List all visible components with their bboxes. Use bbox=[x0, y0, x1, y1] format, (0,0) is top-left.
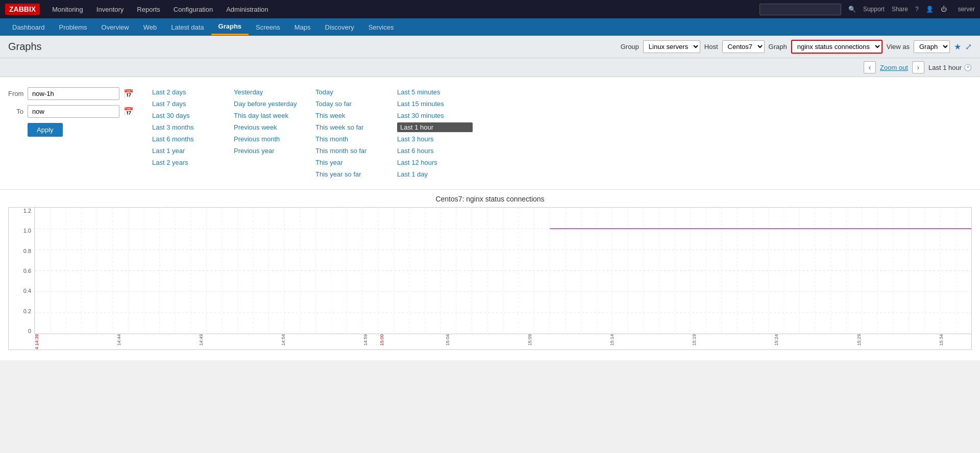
quick-link[interactable]: This year so far bbox=[315, 169, 391, 179]
graph-title: Centos7: nginx status connections bbox=[8, 195, 972, 203]
quick-link[interactable]: Last 2 days bbox=[152, 87, 228, 97]
from-input[interactable] bbox=[28, 87, 119, 100]
y-axis-label: 0.4 bbox=[23, 288, 31, 294]
host-label: Host bbox=[704, 43, 718, 51]
x-axis-label: 14:59 bbox=[363, 334, 368, 346]
from-label: From bbox=[8, 90, 23, 97]
quick-link[interactable]: This week so far bbox=[315, 122, 391, 132]
y-axis-label: 1.0 bbox=[23, 228, 31, 234]
quick-link[interactable]: Previous week bbox=[234, 122, 309, 132]
subnav-services[interactable]: Services bbox=[361, 20, 401, 35]
x-axis-label: 15:09 bbox=[527, 334, 532, 346]
from-row: From 📅 bbox=[8, 87, 134, 100]
subnav-screens[interactable]: Screens bbox=[249, 20, 287, 35]
main-content: From 📅 To 📅 Apply Last 2 daysLast 7 days… bbox=[0, 77, 980, 360]
quick-link[interactable]: This year bbox=[315, 158, 391, 167]
expand-icon[interactable]: ⤢ bbox=[965, 42, 972, 52]
top-navigation: ZABBIX Monitoring Inventory Reports Conf… bbox=[0, 0, 980, 18]
host-select[interactable]: Centos7 bbox=[722, 40, 765, 53]
x-axis-label: 15:00 bbox=[379, 334, 384, 346]
quick-link[interactable]: Last 6 months bbox=[152, 134, 228, 144]
group-select[interactable]: Linux servers bbox=[643, 40, 700, 53]
subnav-graphs[interactable]: Graphs bbox=[211, 19, 249, 35]
quick-link[interactable]: Last 3 hours bbox=[397, 134, 473, 144]
graph-select[interactable]: nginx status connections bbox=[791, 40, 883, 54]
page-header: Graphs Group Linux servers Host Centos7 … bbox=[0, 36, 980, 58]
page-title: Graphs bbox=[8, 41, 42, 53]
viewas-select[interactable]: Graph bbox=[914, 40, 950, 53]
x-axis-label: 14:54 bbox=[281, 334, 286, 346]
quick-link[interactable]: Day before yesterday bbox=[234, 99, 309, 109]
to-input[interactable] bbox=[28, 105, 119, 118]
x-axis-label: 14:49 bbox=[199, 334, 204, 346]
support-link[interactable]: Support bbox=[863, 6, 885, 13]
quick-link[interactable]: Last 15 minutes bbox=[397, 99, 473, 109]
nav-inventory[interactable]: Inventory bbox=[90, 3, 130, 16]
quick-link[interactable]: Last 3 months bbox=[152, 122, 228, 132]
quick-link[interactable]: Last 30 minutes bbox=[397, 111, 473, 120]
x-axis-label: 15:19 bbox=[692, 334, 697, 346]
to-calendar-icon[interactable]: 📅 bbox=[124, 107, 134, 116]
subnav-web[interactable]: Web bbox=[136, 20, 164, 35]
zabbix-logo[interactable]: ZABBIX bbox=[5, 4, 40, 15]
quick-link[interactable]: Today so far bbox=[315, 99, 391, 109]
quick-link[interactable]: This day last week bbox=[234, 111, 309, 120]
quick-link[interactable]: Previous month bbox=[234, 134, 309, 144]
quick-link[interactable]: Last 1 year bbox=[152, 146, 228, 156]
help-icon[interactable]: ? bbox=[915, 6, 919, 13]
x-axis-label: 15:29 bbox=[856, 334, 862, 346]
search-icon[interactable]: 🔍 bbox=[848, 6, 856, 13]
y-axis-label: 0.6 bbox=[23, 268, 31, 274]
quick-link[interactable]: This month bbox=[315, 134, 391, 144]
prev-time-button[interactable]: ‹ bbox=[864, 61, 876, 73]
search-input[interactable] bbox=[760, 4, 841, 15]
apply-button[interactable]: Apply bbox=[28, 123, 63, 137]
subnav-maps[interactable]: Maps bbox=[287, 20, 318, 35]
quick-link[interactable]: Last 1 hour bbox=[397, 122, 473, 132]
x-axis-label: 14:44 bbox=[116, 334, 121, 346]
subnav-problems[interactable]: Problems bbox=[52, 20, 94, 35]
zoom-out-button[interactable]: Zoom out bbox=[880, 64, 908, 71]
time-range-label: Last 1 hour 🕐 bbox=[928, 64, 972, 71]
group-label: Group bbox=[621, 43, 639, 51]
quick-link[interactable]: Previous year bbox=[234, 146, 309, 156]
quick-links: Last 2 daysLast 7 daysLast 30 daysLast 3… bbox=[149, 87, 972, 179]
quick-link[interactable]: Yesterday bbox=[234, 87, 309, 97]
quick-link[interactable]: Last 1 day bbox=[397, 169, 473, 179]
next-time-button[interactable]: › bbox=[912, 61, 924, 73]
time-navigation: ‹ Zoom out › Last 1 hour 🕐 bbox=[0, 58, 980, 77]
x-axis-label: 15:14 bbox=[609, 334, 615, 346]
quick-link[interactable]: Last 2 years bbox=[152, 158, 228, 167]
graph-label: Graph bbox=[769, 43, 787, 51]
nav-configuration[interactable]: Configuration bbox=[167, 3, 219, 16]
share-link[interactable]: Share bbox=[892, 6, 908, 13]
from-calendar-icon[interactable]: 📅 bbox=[124, 89, 134, 98]
nav-reports[interactable]: Reports bbox=[131, 3, 166, 16]
nav-administration[interactable]: Administration bbox=[220, 3, 274, 16]
subnav-discovery[interactable]: Discovery bbox=[318, 20, 361, 35]
sub-navigation: Dashboard Problems Overview Web Latest d… bbox=[0, 18, 980, 36]
x-axis-label: 15:24 bbox=[774, 334, 779, 346]
quick-link[interactable]: Last 5 minutes bbox=[397, 87, 473, 97]
header-controls: Group Linux servers Host Centos7 Graph n… bbox=[621, 40, 972, 54]
quick-link[interactable]: Last 30 days bbox=[152, 111, 228, 120]
subnav-latestdata[interactable]: Latest data bbox=[164, 20, 211, 35]
nav-monitoring[interactable]: Monitoring bbox=[46, 3, 89, 16]
quick-col-4: Last 5 minutesLast 15 minutesLast 30 min… bbox=[394, 87, 476, 179]
subnav-overview[interactable]: Overview bbox=[94, 20, 136, 35]
x-axis-label: 15:34 bbox=[939, 334, 944, 346]
quick-link[interactable]: Today bbox=[315, 87, 391, 97]
x-axis-label: 03-04 14:39 bbox=[34, 334, 39, 349]
quick-col-2: YesterdayDay before yesterdayThis day la… bbox=[231, 87, 312, 179]
favorite-icon[interactable]: ★ bbox=[954, 42, 961, 52]
subnav-dashboard[interactable]: Dashboard bbox=[5, 20, 52, 35]
graph-y-axis: 1.21.00.80.60.40.20 bbox=[9, 208, 34, 334]
quick-link[interactable]: Last 7 days bbox=[152, 99, 228, 109]
power-icon[interactable]: ⏻ bbox=[941, 6, 947, 13]
user-icon[interactable]: 👤 bbox=[926, 6, 934, 13]
quick-link[interactable]: This month so far bbox=[315, 146, 391, 156]
quick-link[interactable]: Last 12 hours bbox=[397, 158, 473, 167]
graph-svg bbox=[35, 208, 971, 334]
quick-link[interactable]: Last 6 hours bbox=[397, 146, 473, 156]
quick-link[interactable]: This week bbox=[315, 111, 391, 120]
